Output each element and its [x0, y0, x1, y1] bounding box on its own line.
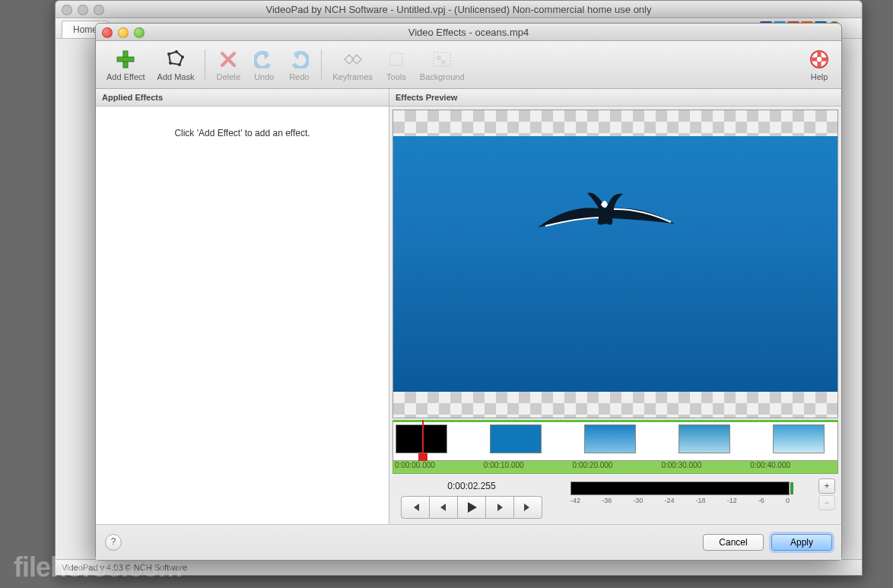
close-button-bg: [62, 5, 72, 15]
add-effect-button[interactable]: Add Effect: [102, 48, 150, 81]
tb-label: Add Effect: [106, 72, 145, 81]
current-time-display: 0:00:02.255: [396, 478, 548, 496]
zoom-controls: + −: [818, 478, 835, 510]
video-frame: [393, 136, 837, 392]
tb-label: Undo: [254, 72, 274, 81]
tb-label: Background: [420, 72, 465, 81]
playback-controls-row: 0:00:02.255 -42 -36: [392, 474, 838, 523]
time-mark: 0:00:30.000: [659, 461, 748, 473]
svg-point-5: [178, 63, 181, 66]
timeline-area: 0:00:00.000 0:00:10.000 0:00:20.000 0:00…: [389, 418, 841, 526]
zoom-out-button[interactable]: −: [818, 495, 835, 510]
playback-controls: [401, 496, 542, 519]
transparency-top: [393, 110, 837, 136]
tb-label: Add Mask: [157, 72, 195, 81]
lifebuoy-icon: [808, 48, 831, 71]
mask-icon: [164, 48, 187, 71]
zoom-in-button[interactable]: +: [818, 478, 835, 494]
audio-level-meter: -42 -36 -30 -24 -18 -12 -6 0: [570, 478, 790, 504]
tools-icon: [385, 48, 408, 71]
svg-rect-9: [437, 56, 441, 60]
timeline-thumb[interactable]: [584, 424, 636, 453]
svg-point-4: [181, 56, 184, 59]
step-back-button[interactable]: [430, 496, 458, 519]
undo-icon: [253, 48, 275, 71]
applied-effects-body: Click 'Add Effect' to add an effect.: [96, 106, 389, 526]
background-button[interactable]: Background: [415, 48, 469, 81]
timeline-ruler[interactable]: 0:00:00.000 0:00:10.000 0:00:20.000 0:00…: [392, 461, 838, 474]
time-mark: 0:00:10.000: [482, 461, 571, 473]
redo-button[interactable]: Redo: [283, 48, 315, 81]
dialog-titlebar: Video Effects - oceans.mp4: [96, 24, 841, 41]
timeline-thumb[interactable]: [678, 424, 730, 453]
go-end-button[interactable]: [514, 496, 542, 519]
background-icon: [431, 48, 453, 71]
redo-icon: [288, 48, 310, 71]
applied-effects-header: Applied Effects: [96, 89, 389, 106]
content-area: Applied Effects Click 'Add Effect' to ad…: [96, 89, 841, 526]
plus-icon: [114, 48, 137, 71]
delete-icon: [217, 48, 240, 71]
svg-point-6: [169, 62, 172, 65]
time-mark: 0:00:00.000: [393, 461, 482, 473]
dialog-title: Video Effects - oceans.mp4: [96, 27, 841, 38]
tb-label: Redo: [289, 72, 309, 81]
context-help-button[interactable]: ?: [105, 534, 122, 551]
time-mark: 0:00:40.000: [748, 461, 837, 473]
zoom-button-bg: [94, 5, 104, 15]
cancel-button[interactable]: Cancel: [703, 534, 764, 551]
zoom-button[interactable]: [134, 27, 145, 38]
undo-button[interactable]: Undo: [248, 48, 280, 81]
help-button[interactable]: Help: [803, 48, 835, 81]
tb-label: Keyframes: [332, 72, 373, 81]
bird-graphic: [523, 182, 690, 258]
keyframes-button[interactable]: Keyframes: [328, 48, 377, 81]
tools-button[interactable]: Tools: [380, 48, 412, 81]
playhead[interactable]: [422, 420, 424, 466]
transparency-bottom: [393, 392, 837, 418]
minimize-button-bg: [78, 5, 88, 15]
tb-label: Tools: [386, 72, 406, 81]
svg-rect-10: [441, 60, 446, 65]
play-button[interactable]: [458, 496, 486, 519]
meter-scale: -42 -36 -30 -24 -18 -12 -6 0: [570, 495, 790, 504]
effects-preview-panel: Effects Preview: [389, 89, 841, 526]
preview-viewport[interactable]: [392, 110, 838, 418]
svg-rect-7: [390, 53, 402, 65]
applied-effects-panel: Applied Effects Click 'Add Effect' to ad…: [96, 89, 389, 526]
timeline-thumb[interactable]: [490, 424, 542, 453]
tb-label: Delete: [216, 72, 240, 81]
main-titlebar: VideoPad by NCH Software - Untitled.vpj …: [56, 1, 862, 18]
step-forward-button[interactable]: [486, 496, 514, 519]
meter-bar: [570, 482, 790, 495]
delete-button[interactable]: Delete: [211, 48, 245, 81]
go-start-button[interactable]: [401, 496, 430, 519]
effects-preview-header: Effects Preview: [389, 89, 841, 106]
time-mark: 0:00:20.000: [571, 461, 660, 473]
keyframes-icon: [342, 48, 364, 71]
timeline-thumb[interactable]: [773, 424, 825, 453]
timeline-thumbnails[interactable]: [392, 420, 838, 461]
add-mask-button[interactable]: Add Mask: [153, 48, 199, 81]
video-effects-dialog: Video Effects - oceans.mp4 Add Effect Ad…: [95, 23, 842, 561]
svg-rect-1: [117, 57, 134, 62]
tb-label: Help: [811, 72, 828, 81]
applied-placeholder-text: Click 'Add Effect' to add an effect.: [174, 128, 310, 138]
toolbar: Add Effect Add Mask Delete Undo Redo Key…: [96, 41, 841, 89]
dialog-footer: ? Cancel Apply: [96, 524, 841, 560]
svg-point-2: [167, 52, 170, 56]
minimize-button[interactable]: [118, 27, 129, 38]
close-button[interactable]: [102, 27, 113, 38]
svg-point-3: [175, 50, 178, 53]
main-window-title: VideoPad by NCH Software - Untitled.vpj …: [56, 4, 862, 15]
apply-button[interactable]: Apply: [771, 534, 832, 551]
timeline-thumb[interactable]: [396, 424, 447, 453]
svg-point-12: [816, 56, 822, 62]
